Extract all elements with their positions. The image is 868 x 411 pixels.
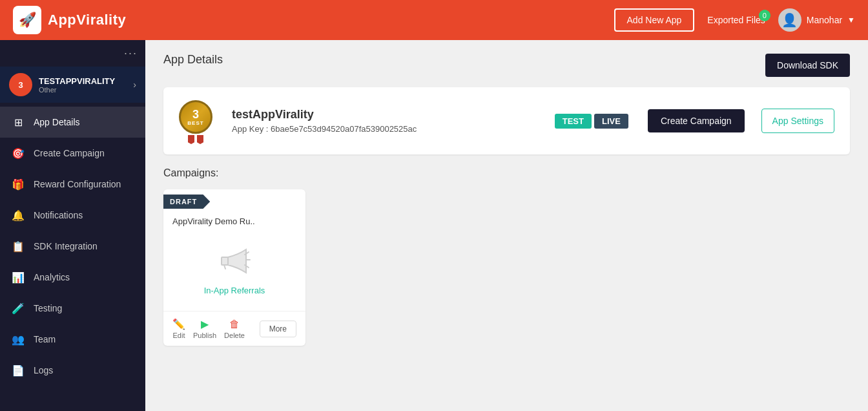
sidebar-item-app-details[interactable]: ⊞ App Details bbox=[0, 107, 145, 138]
create-campaign-button[interactable]: Create Campaign bbox=[648, 109, 745, 132]
app-name: TESTAPPVIRALITY bbox=[39, 76, 127, 86]
document-icon: 📄 bbox=[12, 364, 25, 377]
sidebar-item-team[interactable]: 👥 Team bbox=[0, 324, 145, 355]
bell-icon: 🔔 bbox=[12, 209, 25, 222]
exported-files-badge: 0 bbox=[759, 10, 770, 21]
nav-label-create-campaign: Create Campaign bbox=[34, 148, 105, 158]
publish-button[interactable]: ▶ Publish bbox=[193, 318, 216, 339]
sidebar-item-create-campaign[interactable]: 🎯 Create Campaign bbox=[0, 138, 145, 169]
nav-label-testing: Testing bbox=[34, 303, 62, 313]
nav-label-logs: Logs bbox=[34, 365, 53, 375]
nav-label-team: Team bbox=[34, 334, 56, 344]
campaign-actions: ✏️ Edit ▶ Publish 🗑 Delete More bbox=[163, 311, 305, 346]
more-button[interactable]: More bbox=[260, 321, 296, 337]
edit-icon: ✏️ bbox=[172, 318, 185, 330]
campaign-icon-area bbox=[172, 234, 296, 286]
nav-label-analytics: Analytics bbox=[34, 272, 70, 282]
nav-label-sdk-integration: SDK Integration bbox=[34, 241, 98, 251]
header-right: Add New App Exported Files 0 👤 Manohar ▼ bbox=[614, 8, 855, 32]
user-menu[interactable]: 👤 Manohar ▼ bbox=[778, 8, 855, 32]
main-content: App Details Download SDK 3 BEST bbox=[145, 40, 868, 411]
rocket-icon: 🚀 bbox=[19, 12, 36, 28]
main-layout: ··· 3 TESTAPPVIRALITY Other › ⊞ App Deta… bbox=[0, 40, 868, 411]
edit-button[interactable]: ✏️ Edit bbox=[172, 318, 185, 339]
medal-best-label: BEST bbox=[187, 120, 203, 126]
draft-label: DRAFT bbox=[170, 198, 197, 206]
sidebar-item-analytics[interactable]: 📊 Analytics bbox=[0, 262, 145, 293]
app-info-card: 3 BEST testAppVirality App Key : 6bae5e7… bbox=[163, 87, 850, 154]
app-selector[interactable]: 3 TESTAPPVIRALITY Other › bbox=[0, 67, 145, 103]
page-title: App Details bbox=[163, 53, 223, 67]
app-chevron-icon: › bbox=[133, 79, 136, 90]
chevron-down-icon: ▼ bbox=[847, 16, 855, 25]
app-category: Other bbox=[39, 86, 127, 94]
campaign-name: AppVirality Demo Ru.. bbox=[172, 216, 296, 226]
campaign-card-content: AppVirality Demo Ru.. In bbox=[163, 209, 305, 311]
test-badge: TEST bbox=[555, 114, 592, 129]
sidebar-item-sdk-integration[interactable]: 📋 SDK Integration bbox=[0, 231, 145, 262]
app-title: testAppVirality bbox=[232, 108, 543, 121]
download-sdk-button[interactable]: Download SDK bbox=[765, 54, 850, 77]
logo-area: 🚀 AppVirality bbox=[13, 6, 126, 34]
chart-icon: 📊 bbox=[12, 271, 25, 284]
publish-icon: ▶ bbox=[201, 318, 209, 330]
avatar: 👤 bbox=[778, 8, 801, 32]
app-badge: 3 bbox=[9, 73, 32, 96]
sidebar: ··· 3 TESTAPPVIRALITY Other › ⊞ App Deta… bbox=[0, 40, 145, 411]
exported-files-label: Exported Files bbox=[707, 15, 765, 25]
app-key-value: 6bae5e7c53d94520a07fa539002525ac bbox=[271, 124, 417, 134]
people-icon: 👥 bbox=[12, 333, 25, 346]
sidebar-nav: ⊞ App Details 🎯 Create Campaign 🎁 Reward… bbox=[0, 103, 145, 411]
sidebar-item-logs[interactable]: 📄 Logs bbox=[0, 355, 145, 386]
live-badge: LIVE bbox=[594, 114, 628, 129]
medal-number: 3 bbox=[192, 109, 199, 120]
publish-label: Publish bbox=[193, 332, 216, 339]
medal-circle: 3 BEST bbox=[179, 100, 212, 134]
dots-menu-icon[interactable]: ··· bbox=[124, 47, 138, 60]
sidebar-item-reward-configuration[interactable]: 🎁 Reward Configuration bbox=[0, 169, 145, 200]
logo-text: AppVirality bbox=[48, 12, 126, 28]
sidebar-item-notifications[interactable]: 🔔 Notifications bbox=[0, 200, 145, 231]
app-settings-button[interactable]: App Settings bbox=[761, 109, 834, 133]
svg-rect-0 bbox=[222, 257, 228, 265]
clipboard-icon: 📋 bbox=[12, 240, 25, 253]
top-header: 🚀 AppVirality Add New App Exported Files… bbox=[0, 0, 868, 40]
campaign-type: In-App Referrals bbox=[172, 286, 296, 295]
nav-label-notifications: Notifications bbox=[34, 210, 83, 220]
campaigns-title: Campaigns: bbox=[163, 167, 850, 179]
sidebar-item-testing[interactable]: 🧪 Testing bbox=[0, 293, 145, 324]
add-new-app-button[interactable]: Add New App bbox=[614, 8, 695, 32]
nav-label-app-details: App Details bbox=[34, 117, 80, 127]
target-icon: 🎯 bbox=[12, 147, 25, 160]
medal-badge: 3 BEST bbox=[179, 100, 220, 142]
app-details-info: testAppVirality App Key : 6bae5e7c53d945… bbox=[232, 108, 543, 134]
logo-icon: 🚀 bbox=[13, 6, 41, 34]
delete-icon: 🗑 bbox=[229, 319, 240, 330]
delete-label: Delete bbox=[224, 332, 245, 339]
draft-banner: DRAFT bbox=[163, 195, 210, 209]
grid-icon: ⊞ bbox=[12, 116, 25, 129]
env-badges: TEST LIVE bbox=[555, 114, 628, 129]
app-info: TESTAPPVIRALITY Other bbox=[39, 76, 127, 94]
app-key-label: App Key : bbox=[232, 124, 268, 134]
username-label: Manohar bbox=[807, 15, 842, 25]
megaphone-icon bbox=[215, 244, 254, 275]
edit-label: Edit bbox=[173, 332, 185, 339]
campaigns-grid: DRAFT AppVirality Demo Ru.. bbox=[163, 189, 850, 346]
flask-icon: 🧪 bbox=[12, 302, 25, 315]
nav-label-reward-configuration: Reward Configuration bbox=[34, 179, 121, 189]
sidebar-top: ··· bbox=[0, 40, 145, 67]
gift-icon: 🎁 bbox=[12, 178, 25, 191]
app-key-info: App Key : 6bae5e7c53d94520a07fa539002525… bbox=[232, 124, 543, 134]
delete-button[interactable]: 🗑 Delete bbox=[224, 319, 245, 339]
campaign-card: DRAFT AppVirality Demo Ru.. bbox=[163, 189, 305, 346]
exported-files-button[interactable]: Exported Files 0 bbox=[707, 15, 765, 25]
